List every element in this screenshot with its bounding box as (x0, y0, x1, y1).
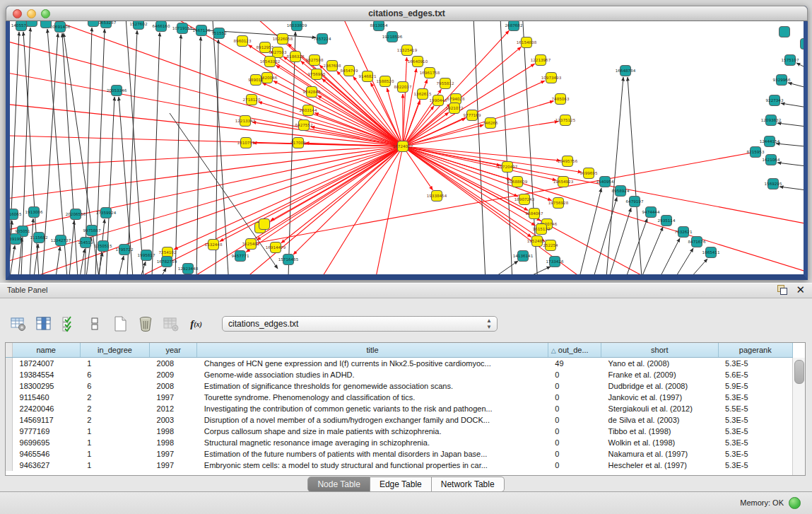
graph-node[interactable] (600, 177, 611, 187)
table-cell[interactable]: 2008 (150, 380, 197, 392)
graph-node[interactable] (522, 37, 532, 48)
table-cell[interactable]: Stergiakouli et al. (2012) (601, 403, 719, 414)
graph-node[interactable] (363, 71, 373, 82)
graph-node[interactable] (10, 209, 18, 220)
table-cell[interactable]: 0 (548, 437, 601, 448)
graph-edge[interactable] (281, 146, 403, 243)
graph-node[interactable] (512, 177, 523, 187)
table-cell[interactable]: 0 (548, 426, 601, 437)
table-row[interactable]: 2242004622012Investigating the contribut… (6, 403, 793, 414)
graph-edge[interactable] (220, 146, 403, 241)
graph-node[interactable] (241, 138, 252, 148)
graph-edge[interactable] (124, 21, 145, 274)
graph-node[interactable] (101, 208, 112, 218)
graph-edge[interactable] (246, 146, 403, 252)
table-cell[interactable]: Genome-wide association studies in ADHD. (197, 369, 548, 380)
table-cell[interactable]: 19384554 (12, 369, 80, 380)
graph-node[interactable] (518, 251, 529, 262)
graph-node[interactable] (553, 198, 564, 209)
table-cell[interactable]: Yano et al. (2008) (601, 358, 719, 370)
graph-node[interactable] (246, 239, 257, 250)
table-scrollbar[interactable] (792, 358, 805, 475)
column-header-year[interactable]: year (150, 343, 197, 358)
graph-node[interactable] (98, 241, 109, 252)
tab-node-table[interactable]: Node Table (307, 477, 370, 492)
table-cell[interactable]: 0 (548, 460, 601, 471)
close-panel-icon[interactable]: ✕ (796, 285, 805, 295)
graph-edge[interactable] (403, 101, 553, 146)
table-cell[interactable]: 22420046 (12, 403, 80, 414)
table-cell[interactable]: 0 (548, 392, 601, 403)
graph-node[interactable] (546, 240, 556, 251)
column-header-short[interactable]: short (601, 343, 719, 358)
graph-node[interactable] (467, 110, 478, 121)
graph-node[interactable] (486, 118, 496, 129)
graph-edge[interactable] (10, 21, 403, 146)
graph-node[interactable] (265, 57, 276, 67)
table-cell[interactable]: 1997 (150, 460, 197, 471)
graph-node[interactable] (247, 95, 257, 105)
table-cell[interactable]: Tourette syndrome. Phenomenology and cla… (197, 392, 548, 403)
show-columns-icon[interactable] (34, 315, 53, 334)
graph-node[interactable] (119, 245, 130, 255)
graph-node[interactable] (240, 116, 251, 127)
graph-edge[interactable] (127, 30, 137, 274)
graph-node[interactable] (398, 82, 408, 93)
graph-node[interactable] (777, 75, 787, 86)
graph-node[interactable] (134, 21, 144, 30)
graph-node[interactable] (81, 238, 91, 248)
column-header-title[interactable]: title (197, 343, 548, 358)
table-cell[interactable]: 1 (80, 426, 149, 437)
tab-network-table[interactable]: Network Table (432, 477, 505, 492)
graph-node[interactable] (278, 34, 288, 45)
graph-edge[interactable] (21, 28, 30, 274)
graph-edge[interactable] (606, 77, 623, 274)
table-cell[interactable]: de Silva et al. (2003) (601, 414, 719, 426)
graph-node[interactable] (646, 207, 657, 218)
graph-node[interactable] (260, 42, 271, 53)
graph-edge[interactable] (257, 146, 403, 240)
graph-edge[interactable] (30, 218, 33, 274)
graph-node[interactable] (88, 21, 99, 27)
graph-node[interactable] (550, 257, 560, 267)
graph-edge[interactable] (80, 249, 85, 274)
table-cell[interactable]: 9699695 (12, 437, 80, 448)
graph-node[interactable] (327, 61, 338, 71)
graph-node[interactable] (519, 194, 530, 205)
table-cell[interactable]: 1998 (150, 426, 197, 437)
column-header-in-degree[interactable]: in_degree (80, 343, 149, 358)
graph-edge[interactable] (403, 106, 434, 146)
graph-node[interactable] (374, 21, 384, 31)
graph-edge[interactable] (56, 247, 60, 274)
graph-edge[interactable] (175, 35, 181, 274)
graph-node[interactable] (440, 78, 451, 89)
graph-node[interactable] (292, 21, 302, 31)
graph-node[interactable] (312, 69, 322, 80)
tab-edge-table[interactable]: Edge Table (370, 477, 432, 492)
graph-node[interactable] (141, 250, 152, 261)
graph-node[interactable] (112, 86, 122, 96)
table-cell[interactable]: 2 (80, 392, 149, 403)
table-selector-dropdown[interactable]: citations_edges.txt ▲▼ (222, 316, 498, 332)
graph-node[interactable] (502, 162, 513, 173)
graph-node[interactable] (387, 32, 398, 42)
graph-node[interactable] (16, 21, 27, 31)
graph-edge[interactable] (211, 21, 230, 274)
graph-edge[interactable] (152, 33, 160, 274)
float-panel-icon[interactable] (777, 285, 787, 295)
graph-node[interactable] (56, 235, 66, 246)
table-cell[interactable]: 5.3E-5 (718, 414, 792, 426)
graph-node[interactable] (413, 57, 423, 67)
table-cell[interactable]: 1997 (150, 392, 197, 403)
table-cell[interactable]: 5.3E-5 (718, 437, 792, 448)
table-row[interactable]: 1938455462009Genome-wide association stu… (6, 369, 793, 380)
graph-node[interactable] (433, 95, 444, 106)
table-cell[interactable]: 1 (80, 460, 149, 471)
graph-node[interactable] (785, 55, 796, 66)
graph-node[interactable] (620, 66, 631, 76)
table-cell[interactable]: 0 (548, 380, 601, 392)
graph-node[interactable] (29, 207, 40, 218)
graph-node[interactable] (678, 227, 689, 238)
graph-edge[interactable] (403, 146, 552, 201)
graph-node[interactable] (71, 209, 81, 220)
